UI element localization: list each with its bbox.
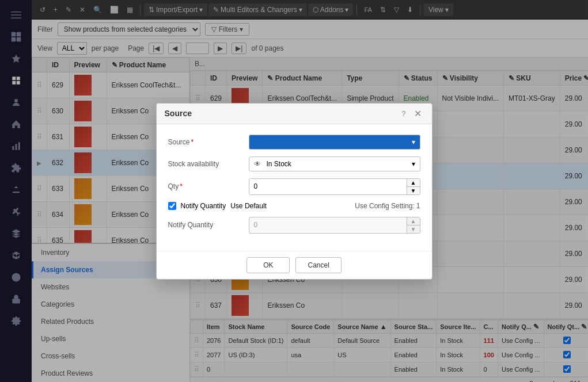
- source-dialog: Source ? ✕ Source ▾ Stock availability 👁: [156, 103, 433, 280]
- dialog-footer: OK Cancel: [157, 251, 432, 279]
- notify-checkbox-row: Notify Quantity Use Default Use Config S…: [168, 202, 420, 210]
- dialog-body: Source ▾ Stock availability 👁 In Stock ▾…: [157, 124, 432, 251]
- dialog-help-icon[interactable]: ?: [401, 109, 405, 118]
- dialog-overlay: Source ? ✕ Source ▾ Stock availability 👁: [0, 0, 588, 382]
- stock-availability-value: In Stock: [267, 160, 291, 168]
- qty-form-row: Qty ▲ ▼: [168, 178, 420, 195]
- eye-icon: 👁: [254, 160, 261, 168]
- source-select-value: [254, 138, 256, 146]
- stock-availability-row: Stock availability 👁 In Stock ▾: [168, 156, 420, 171]
- stock-availability-label: Stock availability: [168, 160, 249, 168]
- stock-select-arrow: ▾: [412, 160, 415, 168]
- notify-checkbox-label: Notify Quantity: [181, 202, 226, 210]
- source-label: Source: [168, 138, 249, 146]
- cancel-button[interactable]: Cancel: [295, 257, 341, 273]
- dialog-header: Source ? ✕: [157, 104, 432, 124]
- notify-qty-down-button[interactable]: ▼: [407, 226, 420, 233]
- notify-qty-row: Notify Quantity ▲ ▼: [168, 217, 420, 234]
- source-form-row: Source ▾: [168, 135, 420, 150]
- notify-use-default-checkbox[interactable]: [168, 202, 176, 210]
- source-select[interactable]: ▾: [249, 135, 420, 150]
- source-select-arrow: ▾: [412, 138, 415, 146]
- notify-use-default-label: Use Default: [230, 202, 267, 210]
- notify-qty-up-button[interactable]: ▲: [407, 217, 420, 226]
- qty-up-button[interactable]: ▲: [407, 179, 420, 187]
- dialog-title: Source: [165, 109, 192, 118]
- ok-button[interactable]: OK: [246, 257, 290, 273]
- qty-input[interactable]: [249, 179, 407, 193]
- stock-availability-select[interactable]: 👁 In Stock ▾: [249, 156, 420, 171]
- notify-qty-label: Notify Quantity: [168, 221, 249, 229]
- use-config-setting: Use Config Setting: 1: [355, 202, 420, 210]
- dialog-close-button[interactable]: ✕: [412, 108, 424, 119]
- qty-label: Qty: [168, 182, 249, 190]
- qty-down-button[interactable]: ▼: [407, 187, 420, 194]
- notify-qty-input[interactable]: [249, 218, 407, 232]
